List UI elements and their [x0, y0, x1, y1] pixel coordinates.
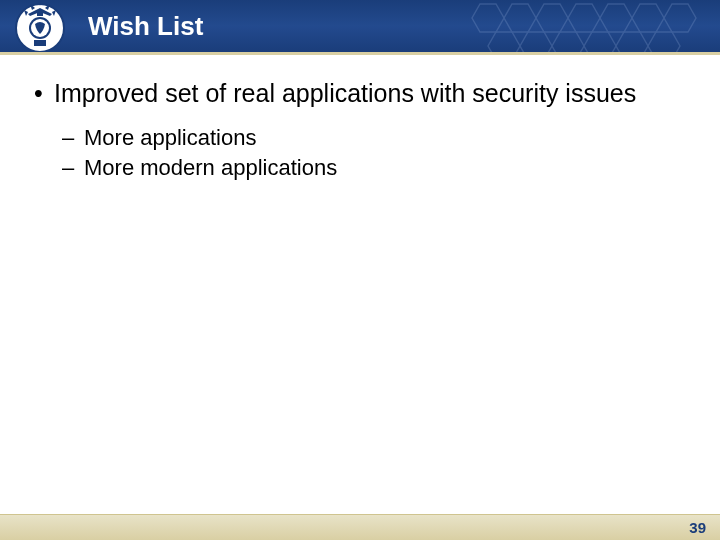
svg-marker-10 — [584, 32, 616, 52]
svg-rect-23 — [34, 40, 46, 46]
bullet-dash-icon: – — [62, 153, 84, 183]
bullet-dot-icon: • — [34, 78, 54, 109]
page-number: 39 — [689, 519, 706, 536]
svg-marker-12 — [648, 32, 680, 52]
slide-footer: 39 — [0, 514, 720, 540]
bullet-level-1: • Improved set of real applications with… — [34, 78, 686, 109]
slide-header: Wish List — [0, 0, 720, 52]
bullet-level-2: – More applications — [62, 123, 686, 153]
bullet-dash-icon: – — [62, 123, 84, 153]
slide-content: • Improved set of real applications with… — [0, 52, 720, 183]
slide-title: Wish List — [88, 11, 203, 42]
bullet-text: Improved set of real applications with s… — [54, 78, 636, 109]
svg-marker-5 — [632, 4, 664, 32]
svg-marker-8 — [520, 32, 552, 52]
svg-marker-6 — [664, 4, 696, 32]
bullet-text: More applications — [84, 123, 256, 153]
liberty-logo-icon — [6, 0, 78, 56]
svg-marker-0 — [472, 4, 504, 32]
svg-marker-2 — [536, 4, 568, 32]
svg-marker-1 — [504, 4, 536, 32]
svg-marker-3 — [568, 4, 600, 32]
svg-marker-11 — [616, 32, 648, 52]
hex-pattern-icon — [460, 0, 720, 52]
svg-marker-4 — [600, 4, 632, 32]
bullet-level-2: – More modern applications — [62, 153, 686, 183]
svg-marker-7 — [488, 32, 520, 52]
bullet-text: More modern applications — [84, 153, 337, 183]
svg-marker-9 — [552, 32, 584, 52]
